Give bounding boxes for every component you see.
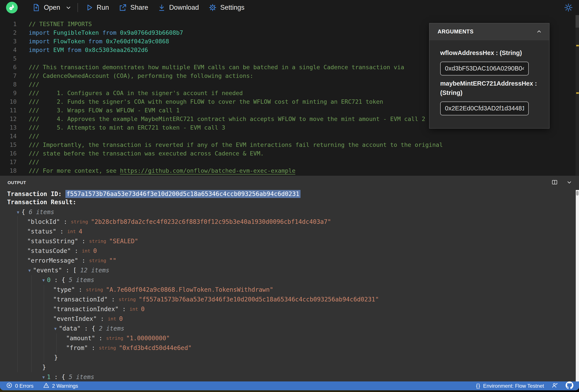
open-dropdown-button[interactable] (65, 4, 72, 11)
line-number: 10 (0, 98, 17, 106)
toolbar-divider (77, 3, 78, 12)
output-tree-row: "transactionIndex" : int 0 (7, 304, 579, 314)
line-number: 5 (0, 54, 17, 63)
warning-triangle-icon (43, 382, 49, 390)
split-view-icon[interactable] (551, 179, 558, 186)
output-content: Transaction ID: f557a1573b76aa53e73d46f3… (0, 190, 579, 390)
wflow-address-input[interactable] (440, 62, 529, 75)
open-label: Open (44, 4, 60, 11)
output-tree-row: ▼{ 6 items (7, 207, 579, 217)
line-number: 8 (0, 80, 17, 89)
line-number: 4 (0, 46, 17, 54)
playground-window: Open Run Share (0, 0, 579, 390)
output-tree-row: "status" : int 4 (7, 227, 579, 236)
output-tree-row: "from" : string "0xfd3b4cd50d44e6ed" (7, 343, 579, 353)
warnings-status[interactable]: 2 Warnings (43, 382, 78, 390)
maybe-mint-erc721-address-input[interactable] (440, 102, 529, 115)
warning-marker (576, 92, 579, 94)
output-tree-row: ▼1 : { 5 items (7, 372, 579, 382)
code-line: 14/// (0, 132, 579, 141)
output-tree-row: "eventIndex" : int 0 (7, 314, 579, 324)
github-icon[interactable] (566, 382, 573, 391)
code-line: 16/// state before the transaction was e… (0, 149, 579, 158)
output-header: OUTPUT (0, 176, 579, 190)
output-title: OUTPUT (7, 180, 26, 185)
output-tree-row: } (7, 353, 579, 362)
run-label: Run (97, 4, 109, 11)
error-circle-icon (6, 382, 12, 390)
transaction-id-value[interactable]: f557a1573b76aa53e73d46f3e10d200d5c18a653… (66, 190, 300, 198)
editor-scrollbar-thumb[interactable] (576, 15, 579, 28)
line-number: 14 (0, 132, 17, 141)
line-number: 1 (0, 20, 17, 28)
theme-toggle-button[interactable] (564, 3, 573, 12)
share-label: Share (130, 4, 148, 11)
arguments-panel-header[interactable]: ARGUMENTS (430, 23, 549, 40)
settings-button[interactable]: Settings (208, 3, 244, 12)
output-tree-row: "statusCode" : int 0 (7, 246, 579, 256)
warning-marker (576, 45, 579, 46)
errors-label: 0 Errors (15, 383, 33, 389)
line-number: 15 (0, 141, 17, 149)
download-icon (158, 3, 166, 12)
arguments-panel-body: wflowAddressHex : (String) maybeMintERC7… (430, 40, 549, 128)
output-tree-row: "type" : string "A.7e60df042a9c0868.Flow… (7, 285, 579, 294)
open-file-icon (32, 3, 41, 12)
tree-collapse-toggle[interactable]: ▼ (42, 278, 45, 282)
environment-label: Environment: Flow Testnet (483, 383, 544, 389)
output-tree-row: "statusString" : string "SEALED" (7, 236, 579, 246)
editor-overview-ruler[interactable] (576, 15, 579, 176)
feedback-person-icon[interactable] (551, 382, 558, 390)
environment-status[interactable]: {} Environment: Flow Testnet (476, 383, 544, 389)
output-panel: OUTPUT Transaction ID: f557a1573b76aa53e… (0, 176, 579, 382)
tree-collapse-toggle[interactable]: ▼ (54, 326, 57, 331)
argument-label: wflowAddressHex : (String) (440, 48, 538, 58)
gear-icon (208, 3, 217, 12)
transaction-id-label: Transaction ID: (7, 190, 66, 198)
download-button[interactable]: Download (158, 3, 199, 12)
open-button[interactable]: Open (32, 3, 60, 12)
errors-status[interactable]: 0 Errors (6, 382, 33, 390)
line-number: 11 (0, 106, 17, 115)
tree-collapse-toggle[interactable]: ▼ (28, 268, 31, 273)
line-number: 18 (0, 167, 17, 175)
line-number: 3 (0, 37, 17, 46)
arguments-panel: ARGUMENTS wflowAddressHex : (String) may… (429, 23, 549, 128)
flow-logo-icon[interactable] (6, 2, 18, 13)
line-number: 16 (0, 149, 17, 158)
output-tree-row: "transactionId" : string "f557a1573b76aa… (7, 294, 579, 304)
argument-label: maybeMintERC721AddressHex : (String) (440, 79, 538, 98)
transaction-result-label: Transaction Result: (7, 198, 579, 206)
warnings-label: 2 Warnings (52, 383, 78, 389)
code-line: 18/// For more context, see https://gith… (0, 167, 579, 175)
chevron-down-icon[interactable] (566, 179, 573, 186)
run-icon (85, 3, 93, 12)
line-number: 2 (0, 28, 17, 37)
output-scrollbar-thumb[interactable] (576, 191, 579, 196)
line-number: 6 (0, 63, 17, 72)
code-link[interactable]: https://github.com/onflow/batched-evm-ex… (120, 167, 295, 174)
code-line: 15/// Importantly, the transaction is re… (0, 141, 579, 149)
tree-collapse-toggle[interactable]: ▼ (17, 210, 19, 215)
line-number: 7 (0, 72, 17, 80)
toolbar: Open Run Share (0, 0, 579, 15)
share-button[interactable]: Share (119, 3, 148, 12)
run-button[interactable]: Run (85, 3, 109, 12)
tree-collapse-toggle[interactable]: ▼ (42, 375, 45, 380)
line-number: 17 (0, 158, 17, 167)
arguments-title: ARGUMENTS (437, 28, 474, 35)
code-line: 17/// (0, 158, 579, 167)
chevron-up-icon[interactable] (536, 28, 542, 35)
settings-label: Settings (220, 4, 244, 11)
line-number: 13 (0, 123, 17, 132)
braces-icon: {} (476, 383, 481, 389)
output-tree-row: ▼"data" : { 2 items (7, 324, 579, 333)
output-tree-row: "blockId" : string "2b28cbfb87da2cfec4f0… (7, 217, 579, 227)
output-tree-row: "amount" : string "1.00000000" (7, 333, 579, 343)
download-label: Download (169, 4, 199, 11)
output-tree-row: "errorMessage" : string "" (7, 256, 579, 265)
share-icon (119, 3, 127, 12)
transaction-id-line: Transaction ID: f557a1573b76aa53e73d46f3… (7, 190, 579, 198)
output-scrollbar[interactable] (576, 190, 579, 382)
code-editor[interactable]: 1// TESTNET IMPORTS2import FungibleToken… (0, 15, 579, 176)
